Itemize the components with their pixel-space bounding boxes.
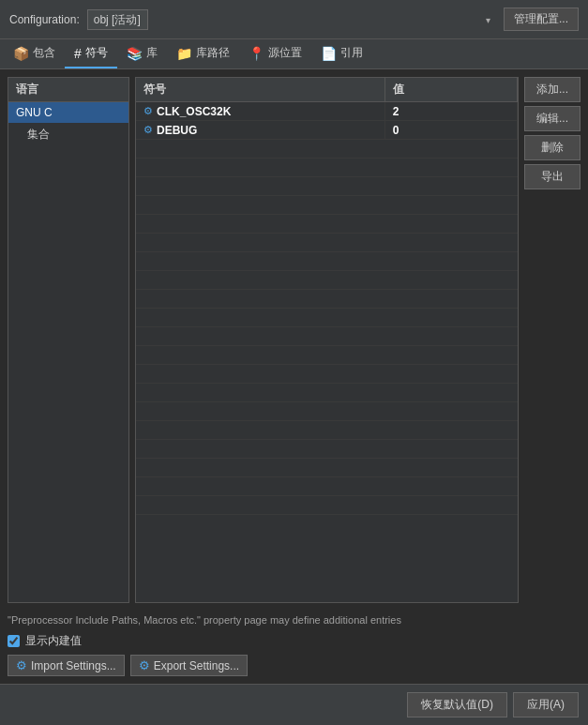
tab-reference[interactable]: 📄 引用 bbox=[311, 39, 372, 68]
content-area: 语言 GNU C 集合 符号 值 bbox=[8, 77, 580, 603]
config-label: Configuration: bbox=[9, 13, 80, 26]
language-panel: 语言 GNU C 集合 bbox=[8, 77, 129, 603]
tab-libpath[interactable]: 📁 库路径 bbox=[167, 39, 239, 68]
tab-library[interactable]: 📚 库 bbox=[117, 39, 167, 68]
empty-row bbox=[136, 234, 518, 252]
empty-row bbox=[136, 196, 518, 215]
config-select[interactable]: obj [活动] bbox=[87, 9, 148, 30]
col-header-value: 值 bbox=[385, 78, 518, 101]
tab-symbol[interactable]: # 符号 bbox=[65, 39, 117, 68]
lang-list: GNU C 集合 bbox=[8, 102, 128, 602]
table-header: 符号 值 bbox=[136, 78, 518, 102]
empty-row bbox=[136, 459, 518, 477]
empty-row bbox=[136, 177, 518, 196]
tab-include[interactable]: 📦 包含 bbox=[4, 39, 65, 68]
info-area: "Preprocessor Include Paths, Macros etc.… bbox=[8, 609, 580, 676]
empty-row bbox=[136, 477, 518, 496]
dialog-container: Configuration: obj [活动] 管理配置... 📦 包含 # 符… bbox=[0, 0, 588, 725]
export-icon: ⚙ bbox=[139, 658, 150, 672]
import-export-row: ⚙ Import Settings... ⚙ Export Settings..… bbox=[8, 655, 580, 676]
empty-row bbox=[136, 402, 518, 421]
empty-row bbox=[136, 159, 518, 177]
symbols-panel: 符号 值 ⚙ CLK_OSC32K 2 bbox=[135, 77, 519, 603]
export-button[interactable]: 导出 bbox=[524, 164, 580, 189]
config-select-wrapper: obj [活动] bbox=[87, 9, 496, 30]
empty-row bbox=[136, 140, 518, 159]
empty-row bbox=[136, 215, 518, 234]
empty-row bbox=[136, 440, 518, 459]
import-icon: ⚙ bbox=[16, 658, 27, 672]
empty-row bbox=[136, 252, 518, 271]
cell-symbol-0: ⚙ CLK_OSC32K bbox=[136, 102, 385, 120]
lang-header: 语言 bbox=[8, 78, 128, 102]
restore-defaults-button[interactable]: 恢复默认值(D) bbox=[407, 692, 507, 717]
action-buttons-panel: 添加... 编辑... 删除 导出 bbox=[524, 77, 580, 603]
lang-item-gnuc[interactable]: GNU C bbox=[8, 102, 128, 123]
config-row: Configuration: obj [活动] 管理配置... bbox=[0, 0, 588, 39]
library-icon: 📚 bbox=[127, 46, 143, 61]
tab-sourceloc[interactable]: 📍 源位置 bbox=[239, 39, 311, 68]
empty-row bbox=[136, 271, 518, 290]
hash-icon: # bbox=[74, 46, 82, 61]
table-body[interactable]: ⚙ CLK_OSC32K 2 ⚙ DEBUG bbox=[136, 102, 518, 602]
empty-row bbox=[136, 496, 518, 515]
delete-button[interactable]: 删除 bbox=[524, 135, 580, 160]
empty-row bbox=[136, 327, 518, 346]
empty-row bbox=[136, 309, 518, 327]
empty-row bbox=[136, 421, 518, 440]
manage-config-button[interactable]: 管理配置... bbox=[504, 8, 579, 31]
export-settings-button[interactable]: ⚙ Export Settings... bbox=[130, 655, 248, 676]
main-content: 语言 GNU C 集合 符号 值 bbox=[0, 69, 588, 684]
checkbox-row: 显示内建值 bbox=[8, 633, 580, 649]
footer: 恢复默认值(D) 应用(A) bbox=[0, 684, 588, 725]
import-settings-button[interactable]: ⚙ Import Settings... bbox=[8, 655, 125, 676]
edit-button[interactable]: 编辑... bbox=[524, 106, 580, 131]
cell-value-0: 2 bbox=[385, 102, 518, 120]
empty-row bbox=[136, 290, 518, 309]
gear-icon-1: ⚙ bbox=[143, 124, 153, 136]
col-header-symbol: 符号 bbox=[136, 78, 385, 101]
empty-row bbox=[136, 384, 518, 402]
doc-icon: 📄 bbox=[321, 46, 337, 61]
tabs-row: 📦 包含 # 符号 📚 库 📁 库路径 📍 源位置 📄 引用 bbox=[0, 39, 588, 69]
table-row[interactable]: ⚙ DEBUG 0 bbox=[136, 121, 518, 140]
gear-icon-0: ⚙ bbox=[143, 105, 153, 117]
pin-icon: 📍 bbox=[249, 46, 264, 61]
info-text: "Preprocessor Include Paths, Macros etc.… bbox=[8, 612, 580, 627]
folder-icon: 📁 bbox=[176, 46, 192, 61]
show-builtin-checkbox[interactable] bbox=[8, 635, 20, 647]
cell-value-1: 0 bbox=[385, 121, 518, 139]
show-builtin-label[interactable]: 显示内建值 bbox=[25, 633, 82, 649]
cell-symbol-1: ⚙ DEBUG bbox=[136, 121, 385, 139]
package-icon: 📦 bbox=[13, 46, 29, 61]
lang-item-assembly[interactable]: 集合 bbox=[8, 123, 128, 146]
empty-row bbox=[136, 365, 518, 384]
empty-row bbox=[136, 346, 518, 365]
table-row[interactable]: ⚙ CLK_OSC32K 2 bbox=[136, 102, 518, 121]
add-button[interactable]: 添加... bbox=[524, 77, 580, 102]
apply-button[interactable]: 应用(A) bbox=[513, 692, 579, 717]
